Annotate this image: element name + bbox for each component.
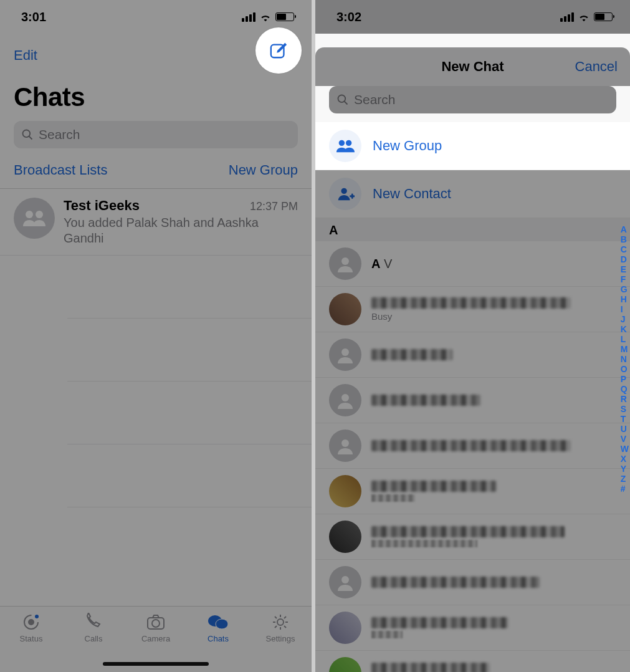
cancel-button[interactable]: Cancel xyxy=(575,59,618,75)
contact-row[interactable] xyxy=(315,332,630,378)
alpha-index-letter[interactable]: K xyxy=(621,324,629,334)
compose-button[interactable] xyxy=(255,27,302,74)
left-screenshot: 3:01 Edit Chats Search Broadcast Lists N… xyxy=(0,0,312,672)
redacted-name xyxy=(371,297,571,309)
tab-bar: Status Calls Camera Chats Settings xyxy=(0,606,312,672)
status-bar: 3:01 xyxy=(0,0,312,34)
alpha-index-letter[interactable]: T xyxy=(621,414,629,424)
contact-name: A V xyxy=(371,257,392,271)
new-contact-label: New Contact xyxy=(373,186,451,202)
new-contact-option[interactable]: New Contact xyxy=(315,170,630,218)
contact-row[interactable] xyxy=(315,378,630,423)
alpha-index-letter[interactable]: C xyxy=(621,244,629,254)
status-icon xyxy=(20,613,42,631)
alpha-index-letter[interactable]: Z xyxy=(621,474,629,484)
alpha-index-letter[interactable]: # xyxy=(621,484,629,494)
home-indicator xyxy=(103,662,209,666)
right-screenshot: 3:02 New Chat Cancel Search New Group xyxy=(315,0,630,672)
alpha-index-letter[interactable]: B xyxy=(621,234,629,244)
chat-row[interactable]: Test iGeeks 12:37 PM You added Palak Sha… xyxy=(0,189,312,256)
svg-point-13 xyxy=(339,140,345,146)
svg-point-18 xyxy=(341,394,349,401)
alpha-index-letter[interactable]: N xyxy=(621,354,629,364)
alpha-index-letter[interactable]: A xyxy=(621,224,629,234)
contact-row[interactable] xyxy=(315,605,630,651)
svg-point-11 xyxy=(277,619,284,625)
avatar xyxy=(329,521,361,553)
avatar xyxy=(329,293,361,325)
tab-status[interactable]: Status xyxy=(3,613,59,672)
phone-icon xyxy=(82,613,105,631)
chat-time: 12:37 PM xyxy=(250,200,298,213)
svg-point-6 xyxy=(35,615,39,618)
svg-point-15 xyxy=(341,188,346,194)
alpha-index-letter[interactable]: J xyxy=(621,314,629,324)
cellular-icon xyxy=(560,12,574,22)
status-bar: 3:02 xyxy=(315,0,630,34)
svg-point-12 xyxy=(338,95,346,103)
redacted-name xyxy=(371,526,565,537)
contact-row[interactable] xyxy=(315,469,630,514)
gear-icon xyxy=(269,613,292,631)
alpha-index[interactable]: ABCDEFGHIJKLMNOPQRSTUVWXYZ# xyxy=(621,224,629,494)
svg-point-10 xyxy=(216,619,228,629)
avatar-placeholder-icon xyxy=(329,247,361,280)
new-group-label: New Group xyxy=(373,138,442,154)
contact-row[interactable]: A V xyxy=(315,241,630,287)
redacted-name xyxy=(371,663,490,672)
edit-button[interactable]: Edit xyxy=(14,47,37,64)
search-icon xyxy=(336,94,349,106)
contact-row[interactable] xyxy=(315,514,630,560)
svg-point-20 xyxy=(341,576,349,583)
search-input[interactable]: Search xyxy=(14,121,298,148)
search-input[interactable]: Search xyxy=(329,86,616,113)
contact-row[interactable] xyxy=(315,423,630,469)
group-icon xyxy=(336,138,355,153)
redacted-name xyxy=(371,617,508,628)
svg-point-17 xyxy=(341,348,349,356)
search-placeholder: Search xyxy=(39,127,80,142)
redacted-name xyxy=(371,395,480,406)
avatar-placeholder-icon xyxy=(329,430,361,462)
alpha-index-letter[interactable]: X xyxy=(621,454,629,464)
search-placeholder: Search xyxy=(354,92,396,107)
svg-point-3 xyxy=(36,211,43,218)
clock: 3:01 xyxy=(21,10,46,24)
chat-name: Test iGeeks xyxy=(64,198,140,214)
avatar-placeholder-icon xyxy=(329,566,361,598)
alpha-index-letter[interactable]: P xyxy=(621,374,629,384)
broadcast-lists-button[interactable]: Broadcast Lists xyxy=(14,162,107,178)
avatar xyxy=(329,657,361,672)
contact-row[interactable] xyxy=(315,560,630,605)
alpha-index-letter[interactable]: L xyxy=(621,334,629,344)
redacted-name xyxy=(371,577,540,588)
alpha-index-letter[interactable]: M xyxy=(621,344,629,354)
alpha-index-letter[interactable]: O xyxy=(621,364,629,374)
alpha-index-letter[interactable]: W xyxy=(621,444,629,454)
alpha-index-letter[interactable]: V xyxy=(621,434,629,444)
alpha-index-letter[interactable]: Y xyxy=(621,464,629,474)
avatar xyxy=(329,475,361,507)
chat-preview: You added Palak Shah and Aashka Gandhi xyxy=(64,214,298,246)
camera-icon xyxy=(145,613,167,631)
alpha-index-letter[interactable]: H xyxy=(621,294,629,304)
tab-settings[interactable]: Settings xyxy=(252,613,308,672)
alpha-index-letter[interactable]: G xyxy=(621,284,629,294)
svg-point-2 xyxy=(26,211,33,218)
redacted-status xyxy=(371,494,415,502)
alpha-index-letter[interactable]: Q xyxy=(621,384,629,394)
redacted-status xyxy=(371,631,403,638)
alpha-index-letter[interactable]: S xyxy=(621,404,629,414)
new-group-option[interactable]: New Group xyxy=(315,122,630,170)
alpha-index-letter[interactable]: R xyxy=(621,394,629,404)
alpha-index-letter[interactable]: I xyxy=(621,304,629,314)
contact-row[interactable] xyxy=(315,651,630,672)
contact-row[interactable]: Busy xyxy=(315,287,630,332)
new-group-button[interactable]: New Group xyxy=(229,162,298,178)
alpha-index-letter[interactable]: U xyxy=(621,424,629,434)
redacted-status xyxy=(371,540,477,547)
alpha-index-letter[interactable]: D xyxy=(621,254,629,264)
alpha-index-letter[interactable]: E xyxy=(621,264,629,274)
compose-icon xyxy=(269,41,288,60)
alpha-index-letter[interactable]: F xyxy=(621,274,629,284)
